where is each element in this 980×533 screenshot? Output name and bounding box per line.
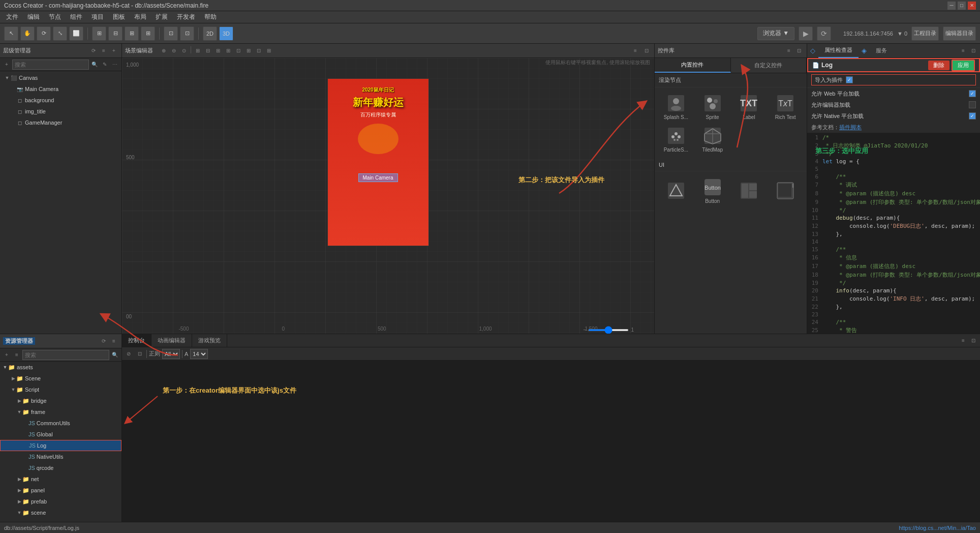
minimize-button[interactable]: ─ (947, 2, 956, 10)
transform-pan-button[interactable]: ✋ (20, 26, 35, 41)
tab-builtin-widgets[interactable]: 内置控件 (655, 58, 731, 73)
project-dir-button[interactable]: 工程目录 (911, 26, 939, 41)
widget-triangle[interactable] (659, 175, 693, 206)
asset-item-qrcode[interactable]: JS qrcode (0, 462, 121, 473)
asset-item-script[interactable]: ▼ 📁 Script (0, 384, 121, 395)
widget-splash[interactable]: Splash S... (659, 92, 693, 122)
widget-tiledmap[interactable]: TiledMap (695, 124, 730, 155)
clear-console-button[interactable]: ⊘ (124, 349, 133, 359)
asset-item-commonutils[interactable]: JS CommonUtils (0, 418, 121, 429)
log-remove-button[interactable]: 删除 (928, 61, 950, 70)
menu-extend[interactable]: 扩展 (151, 12, 172, 22)
menu-file[interactable]: 文件 (2, 12, 22, 22)
widget-label[interactable]: TXT Label (732, 92, 767, 122)
scene-zoom-in[interactable]: ⊕ (159, 46, 168, 55)
zoom-slider[interactable] (588, 329, 629, 331)
transform-move-button[interactable]: ↖ (4, 26, 18, 41)
menu-component[interactable]: 组件 (66, 12, 86, 22)
asset-item-prefab[interactable]: ▶ 📁 prefab (0, 496, 121, 507)
asset-settings-button[interactable]: ≡ (109, 337, 118, 346)
asset-refresh-button[interactable]: ⟳ (99, 337, 108, 346)
hierarchy-add-button[interactable]: + (109, 46, 118, 55)
scroll-lock-button[interactable]: ⊡ (135, 349, 144, 359)
scene-tool-2[interactable]: ⊟ (203, 46, 212, 55)
asset-item-scene-sub[interactable]: ▼ 📁 scene (0, 507, 121, 518)
scene-tool-1[interactable]: ⊞ (193, 46, 202, 55)
view-3d-button[interactable]: 3D (219, 26, 233, 41)
console-panel-expand[interactable]: ⊡ (969, 336, 978, 345)
asset-item-log[interactable]: JS Log (0, 440, 121, 451)
widget-button[interactable]: Button Button (695, 175, 730, 206)
tab-animation-editor[interactable]: 动画编辑器 (151, 334, 192, 347)
hierarchy-item-img-title[interactable]: ◻ img_title (0, 106, 121, 117)
menu-project[interactable]: 项目 (87, 12, 108, 22)
asset-item-frame[interactable]: ▼ 📁 frame (0, 406, 121, 418)
menu-help[interactable]: 帮助 (200, 12, 221, 22)
asset-list-button[interactable]: ≡ (12, 350, 21, 360)
hierarchy-search-icon[interactable]: 🔍 (90, 60, 99, 69)
tab-custom-widgets[interactable]: 自定义控件 (731, 58, 807, 73)
menu-dev[interactable]: 开发者 (173, 12, 199, 22)
allow-native-checkbox[interactable] (969, 112, 976, 120)
hierarchy-more-icon[interactable]: ⋯ (110, 60, 119, 69)
tab-service[interactable]: 服务 (870, 44, 893, 58)
scene-tool-4[interactable]: ⊞ (224, 46, 233, 55)
asset-item-gamemanager[interactable]: JS GameManager (0, 518, 121, 522)
hierarchy-item-game-manager[interactable]: ◻ GameManager (0, 117, 121, 128)
menu-panel[interactable]: 图板 (109, 12, 129, 22)
maximize-button[interactable]: □ (958, 2, 966, 10)
icon-btn-2[interactable]: ⊟ (108, 26, 122, 41)
tab-console[interactable]: 控制台 (122, 334, 151, 347)
widget-panel-expand[interactable]: ⊡ (794, 46, 804, 55)
widget-particle[interactable]: ParticleS... (659, 124, 693, 155)
menu-layout[interactable]: 布局 (130, 12, 150, 22)
asset-search-input[interactable] (22, 350, 109, 360)
scene-tool-5[interactable]: ⊡ (234, 46, 243, 55)
allow-web-checkbox[interactable] (969, 90, 976, 97)
view-2d-button[interactable]: 2D (203, 26, 217, 41)
scene-tool-8[interactable]: ⊞ (264, 46, 273, 55)
tab-game-preview[interactable]: 游戏预览 (192, 334, 227, 347)
browser-select-button[interactable]: 浏览器 ▼ (757, 27, 794, 40)
hierarchy-add-node-button[interactable]: + (2, 60, 11, 69)
doc-link[interactable]: 插件脚本 (839, 124, 862, 131)
scene-tool-3[interactable]: ⊞ (213, 46, 223, 55)
icon-btn-3[interactable]: ⊞ (125, 26, 139, 41)
scene-zoom-out[interactable]: ⊖ (169, 46, 178, 55)
widget-richtext[interactable]: TxT Rich Text (768, 92, 803, 122)
hierarchy-item-canvas[interactable]: ▼ ⬛ Canvas (0, 72, 121, 83)
refresh-button[interactable]: ⟳ (817, 26, 831, 41)
console-panel-settings[interactable]: ≡ (959, 336, 968, 345)
transform-scale-button[interactable]: ⤡ (53, 26, 67, 41)
hierarchy-search-input[interactable] (12, 60, 89, 70)
asset-item-net[interactable]: ▶ 📁 net (0, 473, 121, 485)
hierarchy-settings-button[interactable]: ≡ (99, 46, 108, 55)
hierarchy-item-background[interactable]: ◻ background (0, 95, 121, 106)
hierarchy-edit-icon[interactable]: ✎ (100, 60, 109, 69)
tab-property-inspector[interactable]: 属性检查器 (818, 44, 859, 58)
asset-item-global[interactable]: JS Global (0, 429, 121, 440)
scene-panel-expand[interactable]: ⊡ (642, 46, 651, 55)
prop-panel-expand[interactable]: ⊡ (969, 46, 978, 55)
asset-item-assets[interactable]: ▼ 📁 assets (0, 362, 121, 373)
play-button[interactable]: ▶ (799, 26, 813, 41)
prop-panel-settings[interactable]: ≡ (959, 46, 968, 55)
menu-node[interactable]: 节点 (45, 12, 65, 22)
asset-item-bridge[interactable]: ▶ 📁 bridge (0, 395, 121, 406)
import-checkbox[interactable] (846, 76, 853, 83)
asset-add-button[interactable]: + (2, 350, 11, 360)
transform-rect-button[interactable]: ⬜ (69, 26, 83, 41)
log-type-select[interactable]: All (162, 349, 180, 359)
close-button[interactable]: ✕ (968, 2, 976, 10)
editor-dir-button[interactable]: 编辑器目录 (943, 26, 976, 41)
scene-tool-6[interactable]: ⊞ (244, 46, 253, 55)
widget-panel-settings[interactable]: ≡ (784, 46, 793, 55)
asset-item-scene[interactable]: ▶ 📁 Scene (0, 373, 121, 384)
widget-layout[interactable] (732, 175, 767, 206)
scene-tool-7[interactable]: ⊡ (254, 46, 263, 55)
icon-btn-1[interactable]: ⊞ (92, 26, 106, 41)
font-size-select[interactable]: 14 (190, 349, 208, 359)
icon-btn-5[interactable]: ⊡ (164, 26, 178, 41)
asset-item-nativeutils[interactable]: JS NativeUtils (0, 451, 121, 462)
log-apply-button[interactable]: 应用 (952, 60, 975, 71)
